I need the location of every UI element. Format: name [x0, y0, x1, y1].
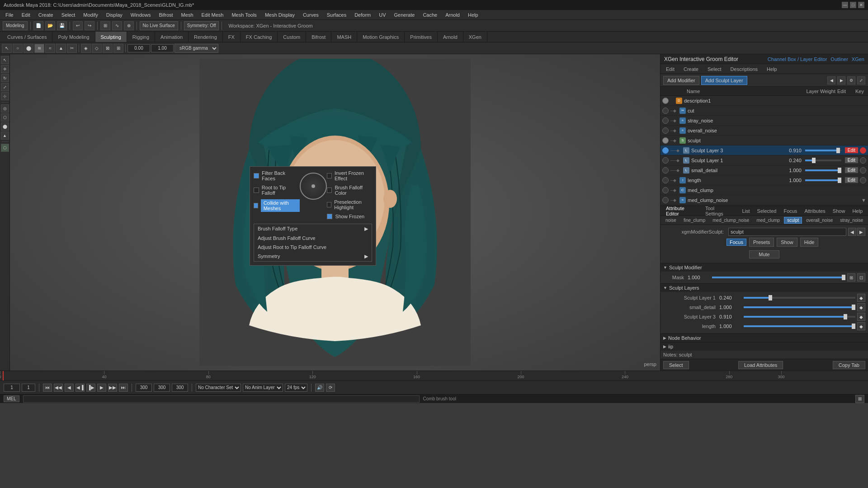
symmetry-btn[interactable]: Symmetry: Off	[184, 21, 219, 30]
fine-clump-sub-tab[interactable]: fine_clump	[680, 217, 708, 224]
select-btn[interactable]: Select	[663, 361, 689, 369]
play-back-btn[interactable]: ◀▐	[75, 384, 85, 392]
menu-arnold[interactable]: Arnold	[442, 11, 463, 19]
modifier-right-btn[interactable]: ▶	[857, 228, 865, 236]
maximize-button[interactable]: □	[850, 2, 856, 8]
menu-uv[interactable]: UV	[375, 11, 389, 19]
sculpt-tool-btn[interactable]: ▲	[56, 44, 66, 53]
layer-vis-sculpt[interactable]	[662, 137, 669, 144]
shelf-tab-fx[interactable]: FX	[223, 32, 241, 42]
shelf-tab-custom[interactable]: Custom	[278, 32, 306, 42]
adjust-root-tip-item[interactable]: Adjust Root to Tip Falloff Curve	[254, 243, 372, 252]
loop-btn[interactable]: ⟳	[326, 384, 335, 392]
layer-key-length[interactable]	[860, 177, 866, 183]
range-start-val[interactable]	[136, 384, 152, 392]
script-editor-btn[interactable]: ⊞	[855, 395, 864, 403]
step-back-btn[interactable]: ◀◀	[54, 384, 63, 392]
layer-vis-cut[interactable]	[662, 108, 669, 114]
layer-vis-overall-noise[interactable]	[662, 127, 669, 134]
close-button[interactable]: ✕	[858, 2, 864, 8]
shelf-tab-arnold[interactable]: Arnold	[438, 32, 463, 42]
layer-vis-mcn[interactable]	[662, 197, 669, 203]
layer-vis-sd[interactable]	[662, 167, 669, 174]
mute-btn[interactable]: Mute	[749, 250, 779, 258]
paint-sel-btn[interactable]: ⬤	[1, 122, 9, 131]
undo-btn[interactable]: ↩	[73, 21, 83, 30]
go-start-btn[interactable]: ⏮	[43, 384, 52, 392]
tool-settings-tab[interactable]: Tool Settings	[703, 205, 736, 217]
snap-curve-btn[interactable]: ∿	[112, 21, 122, 30]
show-btn[interactable]: Show	[777, 238, 797, 247]
modifier-left-btn[interactable]: ◀	[848, 228, 856, 236]
focus-btn[interactable]: Focus	[726, 239, 746, 246]
layer-edit-sl1-btn[interactable]: Edit	[845, 157, 858, 163]
sculpt-layers-header[interactable]: ▼ Sculpt Layers	[660, 283, 868, 292]
menu-generate[interactable]: Generate	[391, 11, 419, 19]
sl-track-3[interactable]	[744, 316, 855, 318]
sl-track-length[interactable]	[744, 325, 855, 327]
menu-bifrost[interactable]: Bifrost	[155, 11, 176, 19]
attributes-tab[interactable]: Attributes	[802, 207, 828, 215]
sl-key-3[interactable]: ◆	[857, 313, 865, 321]
shelf-tab-mash[interactable]: MASH	[331, 32, 357, 42]
sl-key-length[interactable]: ◆	[857, 322, 865, 330]
play-fwd-btn[interactable]: ▐▶	[86, 384, 95, 392]
mode-selector[interactable]: Modeling	[3, 21, 28, 30]
iip-header[interactable]: ▶ iip	[660, 342, 868, 351]
med-clump-noise-sub-tab[interactable]: med_clump_noise	[709, 217, 752, 224]
shelf-tab-sculpting[interactable]: Sculpting	[95, 32, 127, 42]
xgen-tab[interactable]: XGen	[852, 56, 864, 62]
mask-btn-1[interactable]: ⊞	[847, 273, 855, 282]
preselection-checkbox[interactable]	[327, 202, 331, 207]
selected-tab[interactable]: Selected	[755, 207, 779, 215]
copy-tab-btn[interactable]: Copy Tab	[833, 361, 865, 369]
anim-layer-select[interactable]: No Anim Layer	[243, 384, 283, 392]
menu-windows[interactable]: Windows	[127, 11, 155, 19]
sl-key-1[interactable]: ◆	[857, 294, 865, 302]
noise-sub-tab[interactable]: noise	[662, 217, 679, 224]
menu-curves[interactable]: Curves	[299, 11, 322, 19]
stray-noise-sub-tab[interactable]: stray_noise	[837, 217, 866, 224]
shelf-tab-poly[interactable]: Poly Modeling	[52, 32, 95, 42]
layer-edit-sd-btn[interactable]: Edit	[845, 167, 858, 173]
redo-btn[interactable]: ↪	[85, 21, 94, 30]
med-clump-sub-tab[interactable]: med_clump	[753, 217, 783, 224]
shelf-tab-curves[interactable]: Curves / Surfaces	[2, 32, 52, 42]
layer-edit-sl3-btn[interactable]: Edit	[845, 147, 858, 153]
layer-slider-sl3[interactable]	[805, 150, 841, 151]
menu-select[interactable]: Select	[58, 11, 79, 19]
layer-row-sculpt[interactable]: ─◆ S sculpt	[660, 136, 868, 145]
cut-tool-btn[interactable]: ✂	[67, 44, 77, 53]
layer-slider-sl1[interactable]	[805, 160, 841, 161]
help-menu[interactable]: Help	[763, 66, 781, 73]
add-modifier-btn[interactable]: Add Modifier	[663, 76, 699, 85]
show-frozen-checkbox[interactable]	[327, 214, 332, 219]
panel-left-btn[interactable]: ◀	[827, 76, 835, 84]
comb-tool-btn[interactable]: ≋	[34, 44, 44, 53]
select-menu[interactable]: Select	[704, 66, 725, 73]
menu-deform[interactable]: Deform	[351, 11, 374, 19]
layer-row-sculpt-layer-3[interactable]: ──◆ L Sculpt Layer 3 0.910 Edit	[660, 145, 868, 155]
overall-noise-sub-tab[interactable]: overall_noise	[803, 217, 836, 224]
move-tool[interactable]: ✛	[1, 65, 9, 73]
shelf-tab-bifrost[interactable]: Bifrost	[306, 32, 331, 42]
layer-row-med-clump[interactable]: ─◆ C med_clump	[660, 185, 868, 195]
menu-surfaces[interactable]: Surfaces	[323, 11, 350, 19]
outliner-tab[interactable]: Outliner	[830, 56, 848, 62]
layer-slider-sd[interactable]	[805, 169, 841, 171]
sculpt-sub-tab[interactable]: sculpt	[784, 217, 802, 224]
menu-mesh-display[interactable]: Mesh Display	[261, 11, 298, 19]
create-menu[interactable]: Create	[680, 66, 702, 73]
snap-point-btn[interactable]: ⊕	[124, 21, 134, 30]
layer-edit-length-btn[interactable]: Edit	[845, 177, 858, 183]
soft-select-btn[interactable]: ◎	[1, 104, 9, 113]
shelf-tab-motion[interactable]: Motion Graphics	[357, 32, 405, 42]
layer-vis-stray-noise[interactable]	[662, 117, 669, 124]
shelf-tab-primitives[interactable]: Primitives	[405, 32, 438, 42]
menu-edit-mesh[interactable]: Edit Mesh	[198, 11, 227, 19]
rotate-tool[interactable]: ↻	[1, 74, 9, 82]
layer-slider-length[interactable]	[805, 179, 841, 181]
select-tool[interactable]: ↖	[1, 56, 9, 64]
channel-box-tab[interactable]: Channel Box / Layer Editor	[768, 56, 827, 62]
hide-btn[interactable]: Hide	[800, 238, 819, 247]
